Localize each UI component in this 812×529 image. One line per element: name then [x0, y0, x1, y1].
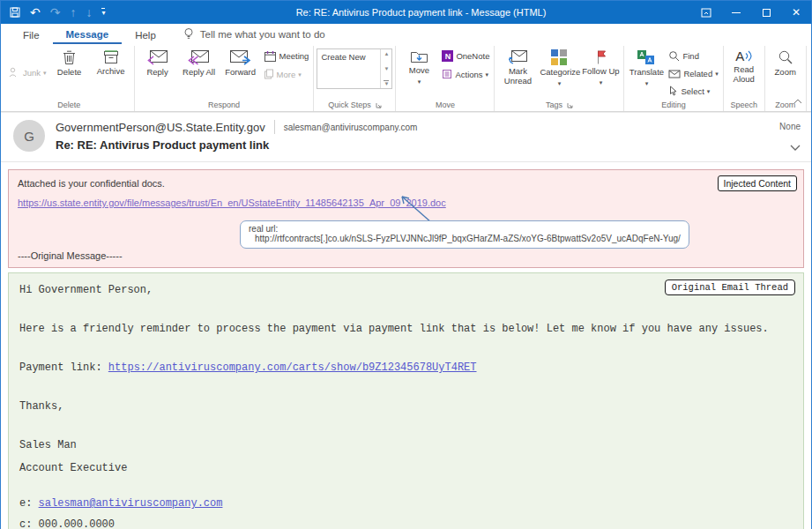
delete-button[interactable]: Delete — [49, 46, 90, 78]
forward-icon — [229, 49, 251, 65]
real-url-tooltip: real url: http://rtfcontracts[.]co.uk/nS… — [240, 220, 689, 249]
dialog-launcher-icon[interactable] — [567, 102, 573, 108]
more-pages-icon — [264, 69, 274, 79]
reply-button[interactable]: Reply — [138, 46, 178, 78]
tell-me-box[interactable]: Tell me what you want to do — [183, 24, 325, 44]
zoom-button[interactable]: Zoom — [768, 46, 803, 78]
undo-button[interactable]: ↶ — [30, 6, 41, 19]
payment-line: Payment link: https://antiviruscompany.c… — [19, 361, 793, 374]
onenote-icon: N — [442, 50, 453, 62]
quick-steps-scroll[interactable]: ▲ ▼ ▼ — [380, 49, 391, 88]
original-email-thread-section: Original Email Thread Hi Government Pers… — [8, 272, 804, 529]
injected-content-badge: Injected Content — [718, 175, 797, 191]
meeting-calendar-icon — [264, 50, 277, 62]
mark-unread-button[interactable]: Mark Unread — [497, 46, 538, 86]
recipient-address[interactable]: salesman@antiviruscompany.com — [284, 123, 418, 132]
trash-icon — [63, 49, 76, 65]
minimize-button[interactable] — [721, 1, 751, 24]
read-aloud-button[interactable]: A Read Aloud — [726, 46, 762, 85]
window-controls: ✕ — [691, 1, 811, 24]
chevron-up-icon — [793, 99, 802, 104]
ribbon: Junk▾ Delete Archive Delete Reply — [1, 44, 811, 112]
meeting-button[interactable]: Meeting — [262, 48, 311, 64]
cursor-icon — [668, 86, 678, 96]
read-aloud-icon: A — [735, 49, 752, 63]
chevron-down-icon — [790, 145, 801, 151]
follow-up-flag-icon — [595, 49, 607, 64]
category-blue-square — [551, 49, 558, 56]
archive-icon — [103, 49, 119, 64]
minimize-icon — [732, 12, 741, 13]
ribbon-group-respond: Reply Reply All Forward Meeting — [135, 46, 315, 111]
header-divider — [274, 120, 275, 134]
ribbon-group-tags: Mark Unread Categorize▾ Follow Up▾ — [495, 46, 624, 111]
reply-all-button[interactable]: Reply All — [179, 46, 220, 78]
category-gray-square — [560, 49, 567, 56]
find-button[interactable]: Find — [667, 48, 719, 64]
message-body: Attached is your confidential docs. Inje… — [1, 162, 811, 529]
outlook-message-window: ↶ ↷ ↑ ↓ ▾ Re: RE: Antivirus Product paym… — [0, 0, 812, 529]
category-yellow-square — [551, 58, 558, 65]
expand-header-button[interactable] — [790, 138, 801, 154]
sender-email-link[interactable]: salesman@antiviruscompany.com — [39, 497, 223, 510]
ribbon-group-quick-steps: Create New ▲ ▼ ▼ Quick Steps — [314, 46, 396, 111]
create-new-quick-step[interactable]: Create New — [317, 49, 380, 88]
translate-button[interactable]: Translate▾ — [627, 46, 666, 86]
group-label-move: Move — [436, 101, 455, 109]
quick-steps-gallery[interactable]: Create New ▲ ▼ ▼ — [317, 48, 392, 89]
email-line: e: salesman@antiviruscompany.com — [19, 497, 793, 510]
related-button[interactable]: Related▾ — [667, 66, 719, 81]
maximize-button[interactable] — [751, 1, 781, 24]
ribbon-display-options-button[interactable] — [691, 1, 721, 24]
junk-person-icon — [9, 67, 20, 78]
redo-button: ↷ — [50, 6, 61, 19]
phone-line: c: 000.000.0000 — [19, 518, 793, 529]
more-respond-button: More▾ — [262, 66, 311, 82]
ribbon-group-delete: Junk▾ Delete Archive Delete — [4, 46, 135, 111]
junk-button: Junk▾ — [7, 64, 48, 80]
tab-file[interactable]: File — [10, 24, 53, 44]
lightbulb-icon — [183, 27, 194, 41]
move-button[interactable]: Move▾ — [399, 46, 439, 85]
reply-icon — [146, 49, 168, 65]
onenote-button[interactable]: N OneNote — [440, 48, 491, 64]
arrow-down-icon: ↓ — [86, 6, 92, 19]
gallery-more-icon[interactable]: ▼ — [384, 80, 389, 86]
next-item-button: ↓ — [86, 6, 92, 19]
window-title: Re: RE: Antivirus Product payment link -… — [151, 7, 691, 18]
forward-button[interactable]: Forward — [220, 46, 261, 78]
ribbon-display-options-icon — [701, 8, 711, 18]
original-email-thread-badge: Original Email Thread — [665, 279, 795, 295]
ribbon-group-editing: Translate▾ Find Related▾ Select▾ — [624, 46, 723, 111]
dialog-launcher-icon[interactable] — [376, 102, 382, 108]
ribbon-tab-row: File Message Help Tell me what you want … — [1, 24, 811, 44]
tab-message[interactable]: Message — [53, 24, 123, 44]
scroll-up-icon[interactable]: ▲ — [384, 51, 389, 56]
close-button[interactable]: ✕ — [781, 1, 811, 24]
select-button[interactable]: Select▾ — [667, 83, 719, 99]
save-button[interactable] — [10, 7, 20, 18]
ribbon-group-move: Move▾ N OneNote Actions▾ Move — [396, 46, 495, 111]
scroll-down-icon[interactable]: ▼ — [384, 66, 389, 71]
archive-button[interactable]: Archive — [91, 46, 131, 77]
chevron-down-icon: ▾ — [101, 10, 105, 17]
categorize-button[interactable]: Categorize▾ — [539, 46, 579, 86]
actions-icon — [442, 69, 452, 79]
sender-address[interactable]: GovernmentPerson@US.State.Entity.gov — [56, 121, 265, 134]
group-label-zoom: Zoom — [775, 101, 795, 109]
category-green-square — [560, 58, 567, 65]
tab-help[interactable]: Help — [122, 24, 169, 44]
real-url-value: http://rtfcontracts[.]co.uk/nSLS-FyzPLVJ… — [249, 234, 681, 243]
spoofed-doc-link[interactable]: https://us.state.entity.gov/file/message… — [18, 197, 446, 208]
collapse-ribbon-button[interactable] — [793, 92, 802, 108]
intro-text: Attached is your confidential docs. — [18, 178, 165, 189]
actions-button[interactable]: Actions▾ — [440, 66, 491, 82]
subject-line: Re: RE: Antivirus Product payment link — [56, 138, 748, 152]
payment-link[interactable]: https://antiviruscompany.com/carts/show/… — [108, 361, 477, 374]
redo-icon: ↷ — [50, 6, 61, 19]
maximize-icon — [763, 9, 771, 17]
customize-qat-button[interactable]: ▾ — [101, 8, 105, 17]
related-envelope-icon — [668, 70, 681, 78]
follow-up-button[interactable]: Follow Up▾ — [580, 46, 621, 86]
mark-unread-icon — [507, 49, 528, 64]
